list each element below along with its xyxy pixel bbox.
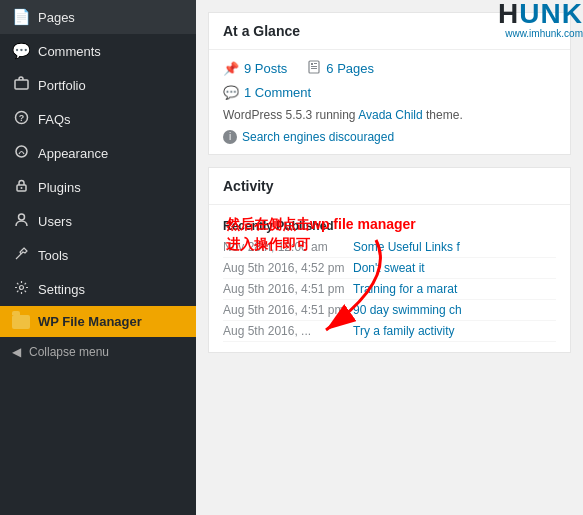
activity-row-0: Nov 28th, 12:00 am Some Useful Links f: [223, 237, 556, 258]
faqs-icon: ?: [12, 110, 30, 128]
activity-date-1: Aug 5th 2016, 4:52 pm: [223, 261, 353, 275]
comment-link[interactable]: 1 Comment: [244, 85, 311, 100]
pages-label: Pages: [38, 10, 75, 25]
svg-point-7: [19, 286, 23, 290]
brand-url: www.imhunk.com: [498, 28, 583, 39]
theme-suffix: theme.: [426, 108, 463, 122]
comments-icon: 💬: [12, 42, 30, 60]
tools-label: Tools: [38, 248, 68, 263]
comments-label: Comments: [38, 44, 101, 59]
activity-link-0[interactable]: Some Useful Links f: [353, 240, 460, 254]
pages-stat-icon: [307, 60, 321, 77]
folder-icon: [12, 315, 30, 329]
activity-date-4: Aug 5th 2016, ...: [223, 324, 353, 338]
collapse-menu[interactable]: ◀ Collapse menu: [0, 337, 196, 367]
faqs-label: FAQs: [38, 112, 71, 127]
plugins-label: Plugins: [38, 180, 81, 195]
glance-comment: 💬 1 Comment: [223, 85, 556, 100]
svg-rect-9: [311, 63, 313, 65]
activity-date-3: Aug 5th 2016, 4:51 pm: [223, 303, 353, 317]
glance-wp-info: WordPress 5.5.3 running Avada Child them…: [223, 108, 556, 122]
glance-stats: 📌 9 Posts 6 Pages: [223, 60, 556, 77]
pages-stat: 6 Pages: [307, 60, 374, 77]
portfolio-icon: [12, 76, 30, 94]
svg-rect-11: [311, 66, 317, 67]
sidebar-item-tools[interactable]: Tools: [0, 238, 196, 272]
collapse-icon: ◀: [12, 345, 21, 359]
tools-icon: [12, 246, 30, 264]
appearance-icon: [12, 144, 30, 162]
at-a-glance-body: 📌 9 Posts 6 Pages: [209, 50, 570, 154]
pages-link[interactable]: 6 Pages: [326, 61, 374, 76]
svg-rect-12: [311, 68, 317, 69]
plugins-icon: [12, 178, 30, 196]
activity-link-1[interactable]: Don't sweat it: [353, 261, 425, 275]
sidebar-item-settings[interactable]: Settings: [0, 272, 196, 306]
activity-row-3: Aug 5th 2016, 4:51 pm 90 day swimming ch: [223, 300, 556, 321]
svg-point-6: [18, 214, 24, 220]
users-icon: [12, 212, 30, 230]
glance-search: i Search engines discouraged: [223, 130, 556, 144]
svg-text:?: ?: [18, 113, 24, 123]
settings-icon: [12, 280, 30, 298]
svg-rect-10: [314, 63, 317, 64]
wp-info-text: WordPress 5.5.3 running: [223, 108, 356, 122]
activity-title: Activity: [209, 168, 570, 205]
info-icon: i: [223, 130, 237, 144]
theme-link[interactable]: Avada Child: [358, 108, 423, 122]
recently-published-label: Recently Published: [223, 215, 556, 237]
sidebar-item-users[interactable]: Users: [0, 204, 196, 238]
settings-label: Settings: [38, 282, 85, 297]
activity-link-3[interactable]: 90 day swimming ch: [353, 303, 462, 317]
sidebar-item-portfolio[interactable]: Portfolio: [0, 68, 196, 102]
wp-file-manager-label: WP File Manager: [38, 314, 142, 329]
pushpin-icon: 📌: [223, 61, 239, 76]
sidebar-item-comments[interactable]: 💬 Comments: [0, 34, 196, 68]
activity-date-2: Aug 5th 2016, 4:51 pm: [223, 282, 353, 296]
activity-row-2: Aug 5th 2016, 4:51 pm Training for a mar…: [223, 279, 556, 300]
sidebar-item-faqs[interactable]: ? FAQs: [0, 102, 196, 136]
comment-icon: 💬: [223, 85, 239, 100]
collapse-label: Collapse menu: [29, 345, 109, 359]
activity-widget: Activity Recently Published Nov 28th, 12…: [208, 167, 571, 353]
activity-date-0: Nov 28th, 12:00 am: [223, 240, 353, 254]
appearance-label: Appearance: [38, 146, 108, 161]
brand-name: HUNK: [498, 0, 583, 28]
activity-body: Recently Published Nov 28th, 12:00 am So…: [209, 205, 570, 352]
svg-rect-0: [15, 80, 28, 89]
posts-link[interactable]: 9 Posts: [244, 61, 287, 76]
search-engines-link[interactable]: Search engines discouraged: [242, 130, 394, 144]
svg-point-5: [20, 187, 22, 189]
activity-link-2[interactable]: Training for a marat: [353, 282, 457, 296]
brand-logo: HUNK www.imhunk.com: [498, 0, 583, 39]
activity-link-4[interactable]: Try a family activity: [353, 324, 455, 338]
users-label: Users: [38, 214, 72, 229]
portfolio-label: Portfolio: [38, 78, 86, 93]
sidebar-item-pages[interactable]: 📄 Pages: [0, 0, 196, 34]
sidebar: 📄 Pages 💬 Comments Portfolio ? FAQs: [0, 0, 196, 515]
sidebar-item-appearance[interactable]: Appearance: [0, 136, 196, 170]
sidebar-item-wp-file-manager[interactable]: WP File Manager: [0, 306, 196, 337]
posts-stat: 📌 9 Posts: [223, 60, 287, 77]
activity-row-1: Aug 5th 2016, 4:52 pm Don't sweat it: [223, 258, 556, 279]
activity-row-4: Aug 5th 2016, ... Try a family activity: [223, 321, 556, 342]
sidebar-item-plugins[interactable]: Plugins: [0, 170, 196, 204]
main-content: HUNK www.imhunk.com At a Glance 📌 9 Post…: [196, 0, 583, 515]
pages-icon: 📄: [12, 8, 30, 26]
